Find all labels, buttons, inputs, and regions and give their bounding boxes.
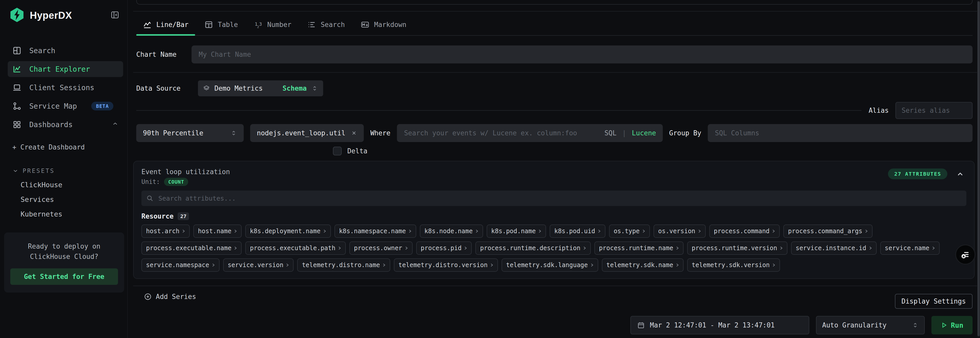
scrollbar-thumb[interactable] xyxy=(977,1,980,336)
attribute-chip[interactable]: service.version xyxy=(223,259,294,272)
tab-search[interactable]: Search xyxy=(301,17,352,35)
chart-type-tabs: Line/Bar Table 1 2 3 Number xyxy=(136,17,972,36)
sidebar-item-chart-explorer[interactable]: Chart Explorer xyxy=(8,61,123,77)
granularity-value: Auto Granularity xyxy=(822,321,886,329)
attribute-chip[interactable]: service.instance.id xyxy=(791,241,877,255)
language-toggle-lucene[interactable]: Lucene xyxy=(632,129,656,137)
attribute-chip[interactable]: k8s.pod.name xyxy=(487,224,546,238)
presets-header[interactable]: PRESETS xyxy=(8,167,123,174)
granularity-select[interactable]: Auto Granularity xyxy=(816,316,925,335)
attribute-chip[interactable]: process.executable.name xyxy=(142,241,242,255)
attribute-chip[interactable]: service.namespace xyxy=(142,259,220,272)
number-icon: 1 2 3 xyxy=(254,20,263,29)
alias-field-wrap xyxy=(896,102,972,119)
add-series-button[interactable]: Add Series xyxy=(144,293,196,300)
attribute-chip[interactable]: telemetry.sdk.name xyxy=(602,259,684,272)
sidebar-item-search[interactable]: Search xyxy=(8,43,123,59)
chart-name-input[interactable] xyxy=(198,50,966,59)
attribute-chip[interactable]: k8s.node.name xyxy=(420,224,483,238)
chevron-right-icon xyxy=(286,262,289,268)
attribute-chip[interactable]: process.runtime.name xyxy=(594,241,684,255)
where-input[interactable] xyxy=(404,129,601,137)
group-by-input[interactable] xyxy=(714,129,966,137)
tab-markdown[interactable]: Markdown xyxy=(354,17,413,35)
remove-metric-icon[interactable] xyxy=(351,130,357,136)
feedback-widget-button[interactable] xyxy=(955,244,975,265)
metric-field-chip[interactable]: nodejs.event_loop.util xyxy=(250,124,364,142)
attribute-chip[interactable]: process.runtime.description xyxy=(475,241,590,255)
layers-icon xyxy=(203,85,210,92)
attribute-chip[interactable]: telemetry.distro.version xyxy=(394,259,498,272)
sidebar-item-service-map[interactable]: Service Map BETA xyxy=(8,98,123,114)
attribute-chip[interactable]: process.owner xyxy=(349,241,413,255)
run-label: Run xyxy=(951,321,964,329)
scrollbar-track xyxy=(977,0,980,338)
chevron-right-icon xyxy=(869,245,872,251)
attribute-chips: host.arch host.name k8s.deployme xyxy=(142,224,951,272)
delta-checkbox[interactable] xyxy=(333,147,342,156)
sidebar-item-client-sessions[interactable]: Client Sessions xyxy=(8,79,123,95)
attribute-chip[interactable]: os.type xyxy=(609,224,650,238)
preset-item[interactable]: Kubernetes xyxy=(8,210,123,218)
where-field-wrap: SQL | Lucene xyxy=(397,124,663,142)
attribute-chip[interactable]: os.version xyxy=(654,224,706,238)
plus-circle-icon xyxy=(144,293,152,300)
attribute-name: service.instance.id xyxy=(795,244,866,252)
aggregation-select[interactable]: 90th Percentile xyxy=(136,124,244,142)
attribute-chip[interactable]: process.runtime.version xyxy=(687,241,788,255)
tab-number[interactable]: 1 2 3 Number xyxy=(247,17,298,35)
attribute-search-input[interactable] xyxy=(158,194,962,202)
data-source-value: Demo Metrics xyxy=(215,84,263,92)
chevron-right-icon xyxy=(323,229,326,234)
chevron-up-icon xyxy=(112,121,119,129)
chevron-right-icon xyxy=(490,262,493,268)
attribute-chip[interactable]: k8s.deployment.name xyxy=(245,224,331,238)
attributes-count-badge[interactable]: 27 ATTRIBUTES xyxy=(888,168,947,179)
attribute-chip[interactable]: host.arch xyxy=(142,224,190,238)
create-dashboard-button[interactable]: + Create Dashboard xyxy=(8,143,123,151)
attribute-chip[interactable]: process.command_args xyxy=(783,224,873,238)
search-icon xyxy=(146,194,154,202)
resource-group-row: Resource 27 xyxy=(142,212,966,221)
get-started-button[interactable]: Get Started for Free xyxy=(10,268,118,285)
attribute-chip[interactable]: telemetry.sdk.version xyxy=(687,259,780,272)
delta-label: Delta xyxy=(347,147,368,155)
resource-count-badge: 27 xyxy=(178,213,189,220)
language-toggle-sql[interactable]: SQL xyxy=(605,129,616,137)
tab-line-bar[interactable]: Line/Bar xyxy=(136,17,195,35)
alias-input[interactable] xyxy=(901,106,967,114)
list-icon xyxy=(307,20,316,29)
data-source-select[interactable]: Demo Metrics Schema xyxy=(198,80,323,96)
attribute-name: service.namespace xyxy=(146,262,209,269)
tab-table[interactable]: Table xyxy=(198,17,245,35)
preset-item[interactable]: Services xyxy=(8,195,123,203)
time-range-picker[interactable]: Mar 2 12:47:01 - Mar 2 13:47:01 xyxy=(630,316,809,335)
attribute-chip[interactable]: process.pid xyxy=(416,241,472,255)
attribute-chip[interactable]: host.name xyxy=(193,224,242,238)
attribute-chip[interactable]: k8s.namespace.name xyxy=(334,224,416,238)
tab-label: Line/Bar xyxy=(156,21,188,29)
unit-label: Unit: xyxy=(142,178,160,186)
attribute-chip[interactable]: service.name xyxy=(880,241,940,255)
add-series-label: Add Series xyxy=(156,293,196,300)
chevron-right-icon xyxy=(772,262,775,268)
collapse-panel-icon[interactable] xyxy=(956,170,964,179)
run-button[interactable]: Run xyxy=(931,316,972,335)
time-range-value: Mar 2 12:47:01 - Mar 2 13:47:01 xyxy=(650,321,775,329)
attribute-chip[interactable]: process.command xyxy=(709,224,780,238)
sidebar-collapse-icon[interactable] xyxy=(110,10,119,21)
tab-label: Table xyxy=(218,21,238,29)
attribute-chip[interactable]: process.executable.path xyxy=(245,241,345,255)
sidebar-item-dashboards[interactable]: Dashboards xyxy=(8,117,123,133)
attribute-name: k8s.deployment.name xyxy=(250,228,321,235)
chevron-right-icon xyxy=(234,245,237,251)
alias-label: Alias xyxy=(869,106,889,114)
preset-item[interactable]: ClickHouse xyxy=(8,181,123,189)
chevron-right-icon xyxy=(234,229,237,234)
schema-link[interactable]: Schema xyxy=(283,84,307,92)
svg-text:3: 3 xyxy=(259,21,262,27)
attribute-chip[interactable]: k8s.pod.uid xyxy=(550,224,605,238)
attribute-chip[interactable]: telemetry.sdk.language xyxy=(501,259,598,272)
attribute-chip[interactable]: telemetry.distro.name xyxy=(297,259,390,272)
display-settings-button[interactable]: Display Settings xyxy=(895,294,972,309)
